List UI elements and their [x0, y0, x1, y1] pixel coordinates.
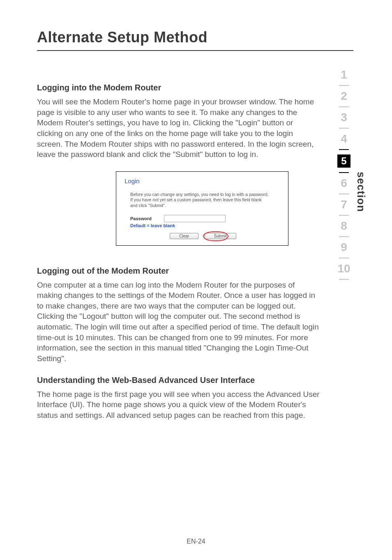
- section-nav-item-5[interactable]: 5: [337, 154, 350, 168]
- password-input[interactable]: [164, 215, 226, 222]
- section-nav-item-3[interactable]: 3: [341, 112, 347, 123]
- login-description: Before you can change any settings, you …: [130, 192, 270, 209]
- heading-logging-out: Logging out of the Modem Router: [37, 266, 367, 276]
- section-nav: 12345678910 section: [337, 69, 367, 284]
- body-understanding-ui: The home page is the first page you will…: [37, 389, 321, 421]
- nav-separator: [339, 258, 349, 258]
- nav-separator: [339, 172, 349, 173]
- title-rule: [37, 50, 353, 51]
- section-nav-item-7[interactable]: 7: [341, 199, 347, 210]
- section-nav-item-2[interactable]: 2: [341, 90, 347, 102]
- login-screenshot: Login Before you can change any settings…: [116, 171, 288, 246]
- section-nav-item-10[interactable]: 10: [337, 263, 350, 274]
- submit-button[interactable]: Submit: [205, 233, 236, 239]
- nav-separator: [339, 215, 349, 216]
- body-logging-in: You will see the Modem Router's home pag…: [37, 97, 321, 160]
- nav-separator: [339, 236, 349, 237]
- body-logging-out: One computer at a time can log into the …: [37, 280, 321, 364]
- login-title: Login: [125, 177, 281, 184]
- password-default-hint: Default = leave blank: [130, 223, 281, 228]
- nav-separator: [339, 128, 349, 129]
- section-nav-item-9[interactable]: 9: [341, 242, 347, 253]
- section-nav-item-4[interactable]: 4: [341, 133, 347, 145]
- section-nav-item-1[interactable]: 1: [341, 69, 347, 81]
- nav-separator: [339, 279, 349, 280]
- nav-separator: [339, 149, 349, 150]
- page-number: EN-24: [0, 538, 392, 545]
- nav-separator: [339, 106, 349, 107]
- nav-separator: [339, 85, 349, 86]
- submit-button-label: Submit: [214, 234, 227, 238]
- page-title: Alternate Setup Method: [37, 29, 367, 46]
- heading-understanding-ui: Understanding the Web-Based Advanced Use…: [37, 376, 367, 385]
- section-label: section: [355, 172, 367, 212]
- nav-separator: [339, 194, 349, 194]
- section-nav-item-6[interactable]: 6: [341, 177, 347, 189]
- heading-logging-in: Logging into the Modem Router: [37, 83, 367, 92]
- clear-button[interactable]: Clear: [170, 233, 198, 239]
- section-nav-item-8[interactable]: 8: [341, 220, 347, 232]
- password-label: Password: [130, 216, 152, 221]
